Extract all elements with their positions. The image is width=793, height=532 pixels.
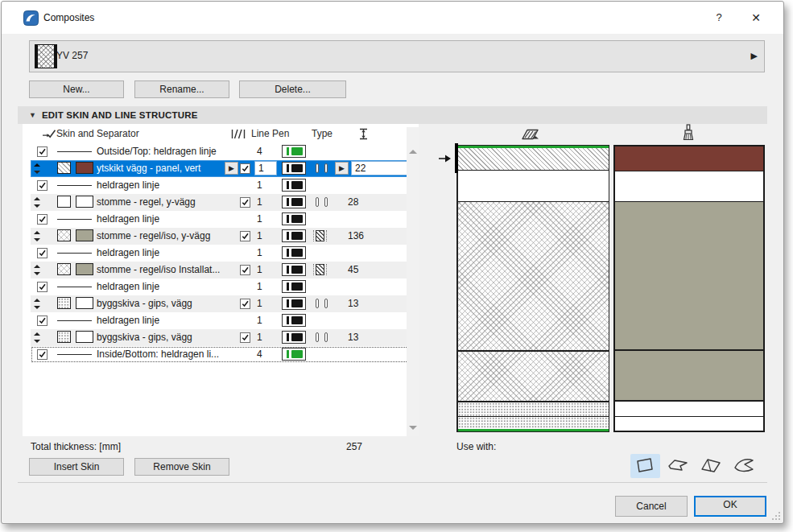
preview-surface-layer[interactable] [615, 349, 763, 400]
surface-swatch[interactable] [76, 229, 93, 241]
drag-handle-icon[interactable] [33, 265, 41, 275]
core-type-icon[interactable] [316, 230, 324, 241]
separator-visibility-checkbox[interactable] [37, 349, 47, 360]
separator-visibility-checkbox[interactable] [37, 180, 47, 191]
separator-row[interactable]: heldragen linje1 [31, 177, 409, 194]
pen-color-swatch[interactable] [282, 162, 306, 175]
skin-type-icon[interactable] [314, 299, 332, 309]
remove-skin-button[interactable]: Remove Skin [134, 458, 229, 476]
preview-fill-layer[interactable] [458, 146, 609, 170]
skin-row[interactable]: byggskiva - gips, vägg113 [31, 295, 409, 312]
pen-visibility-checkbox[interactable] [240, 231, 250, 241]
pen-color-swatch[interactable] [282, 179, 306, 192]
skin-type-icon[interactable] [314, 163, 332, 174]
surface-swatch[interactable] [76, 263, 93, 275]
pen-color-swatch[interactable] [282, 212, 306, 225]
pen-color-swatch[interactable] [282, 145, 306, 158]
pen-visibility-checkbox[interactable] [240, 299, 250, 309]
pen-color-swatch[interactable] [282, 229, 306, 242]
skin-type-icon[interactable] [314, 197, 332, 208]
separator-row[interactable]: heldragen linje1 [31, 278, 409, 295]
pen-color-swatch[interactable] [282, 246, 306, 259]
separator-row[interactable]: Outside/Top: heldragen linje4 [31, 143, 409, 160]
drag-handle-icon[interactable] [33, 163, 41, 174]
help-button[interactable]: ? [704, 2, 734, 34]
rename-button[interactable]: Rename... [134, 80, 229, 98]
surface-swatch[interactable] [76, 162, 93, 174]
preview-fill-column[interactable] [456, 145, 609, 432]
cut-fill-swatch[interactable] [57, 196, 71, 208]
preview-surface-layer[interactable] [615, 201, 763, 349]
section-header-edit-skin[interactable]: ▼EDIT SKIN AND LINE STRUCTURE [18, 106, 767, 124]
preview-fill-layer[interactable] [458, 401, 609, 417]
surface-swatch[interactable] [76, 331, 93, 343]
core-type-icon[interactable] [316, 264, 324, 275]
preview-surface-layer[interactable] [615, 416, 763, 431]
thickness-field[interactable]: 22 [351, 161, 407, 175]
cut-fill-swatch[interactable] [57, 162, 71, 174]
separator-visibility-checkbox[interactable] [37, 282, 47, 292]
preview-surface-layer[interactable] [615, 171, 763, 202]
separator-visibility-checkbox[interactable] [37, 248, 47, 258]
separator-visibility-checkbox[interactable] [37, 146, 47, 157]
composite-selector[interactable]: YV 257 ▶ [29, 40, 765, 72]
separator-visibility-checkbox[interactable] [37, 315, 47, 326]
ok-button[interactable]: OK [694, 496, 766, 517]
drag-handle-icon[interactable] [33, 231, 41, 241]
scroll-down-icon[interactable] [409, 426, 417, 430]
pen-color-swatch[interactable] [282, 263, 306, 276]
drag-handle-icon[interactable] [33, 332, 41, 343]
scroll-up-icon[interactable] [409, 150, 417, 154]
skin-flyout-button[interactable]: ▶ [225, 162, 238, 175]
separator-row[interactable]: Inside/Bottom: heldragen li...4 [31, 346, 409, 363]
cut-fill-swatch[interactable] [57, 297, 71, 309]
use-with-wall-button[interactable] [630, 454, 660, 478]
pen-color-swatch[interactable] [282, 331, 306, 344]
skin-row[interactable]: stomme - regel, y-vägg128 [31, 194, 409, 211]
pen-color-swatch[interactable] [282, 280, 306, 293]
insert-skin-button[interactable]: Insert Skin [29, 458, 124, 476]
skin-row[interactable]: ytskikt vägg - panel, vert▶1▶22 [31, 160, 409, 177]
cut-fill-swatch[interactable] [57, 331, 71, 343]
pen-color-swatch[interactable] [282, 196, 306, 208]
skin-row[interactable]: byggskiva - gips, vägg113 [31, 329, 409, 346]
preview-fill-layer[interactable] [458, 170, 609, 201]
preview-surface-layer[interactable] [615, 400, 763, 416]
separator-row[interactable]: heldragen linje1 [31, 312, 409, 329]
pen-visibility-checkbox[interactable] [240, 332, 250, 343]
cut-fill-swatch[interactable] [57, 263, 71, 275]
cancel-button[interactable]: Cancel [615, 496, 688, 517]
surface-swatch[interactable] [76, 196, 93, 208]
skin-row[interactable]: stomme - regel/iso, y-vägg1136 [31, 228, 409, 245]
table-scrollbar[interactable] [407, 127, 419, 436]
close-button[interactable]: ✕ [741, 2, 771, 34]
preview-fill-layer[interactable] [458, 350, 609, 401]
separator-visibility-checkbox[interactable] [37, 214, 47, 225]
pen-color-swatch[interactable] [282, 348, 306, 361]
line-pen-field[interactable]: 1 [254, 161, 277, 175]
use-with-roof-button[interactable] [696, 454, 726, 478]
use-with-slab-button[interactable] [663, 454, 693, 478]
skin-type-icon[interactable] [314, 332, 332, 343]
pen-visibility-checkbox[interactable] [240, 163, 250, 174]
surface-swatch[interactable] [76, 297, 93, 309]
skin-row[interactable]: stomme - regel/iso Installat...145 [31, 262, 409, 278]
delete-button[interactable]: Delete... [239, 80, 346, 98]
type-flyout-button[interactable]: ▶ [335, 162, 349, 175]
preview-fill-layer[interactable] [458, 201, 609, 350]
drag-handle-icon[interactable] [33, 197, 41, 208]
preview-surface-layer[interactable] [615, 146, 763, 171]
drag-handle-icon[interactable] [33, 299, 41, 309]
cut-fill-swatch[interactable] [57, 229, 71, 241]
preview-fill-layer[interactable] [458, 416, 609, 431]
use-with-shell-button[interactable] [729, 454, 759, 478]
pen-visibility-checkbox[interactable] [240, 265, 250, 275]
pen-color-swatch[interactable] [282, 297, 306, 310]
separator-row[interactable]: heldragen linje1 [31, 211, 409, 228]
separator-row[interactable]: heldragen linje1 [31, 245, 409, 262]
preview-surface-column[interactable] [613, 145, 765, 432]
resize-grip[interactable] [771, 511, 781, 521]
pen-visibility-checkbox[interactable] [240, 197, 250, 208]
new-button[interactable]: New... [29, 80, 124, 98]
pen-color-swatch[interactable] [282, 314, 306, 327]
